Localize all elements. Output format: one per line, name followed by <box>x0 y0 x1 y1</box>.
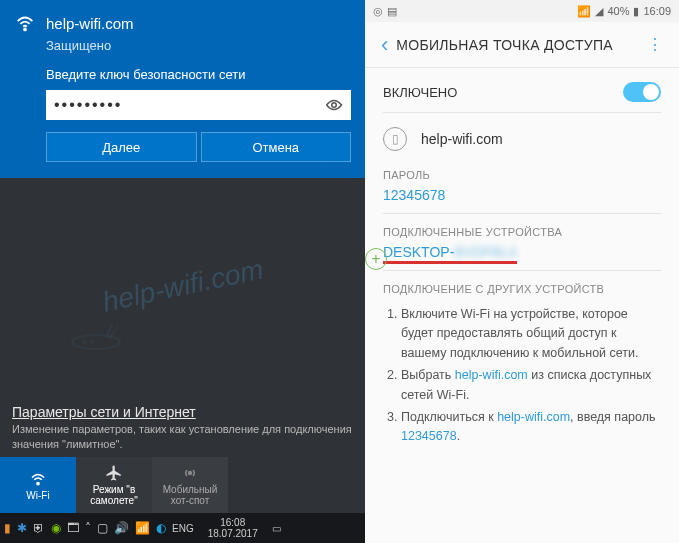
svg-point-2 <box>72 335 120 349</box>
windows-wifi-panel: help-wifi.com Защищено Введите ключ безо… <box>0 0 365 543</box>
instagram-icon: ◎ <box>373 5 383 18</box>
bluetooth-icon[interactable]: ✱ <box>17 521 27 535</box>
hotspot-tile[interactable]: Мобильный хот-спот <box>152 457 228 513</box>
airplane-tile[interactable]: Режим "в самолете" <box>76 457 152 513</box>
cancel-button[interactable]: Отмена <box>201 132 352 162</box>
back-button[interactable]: ‹ <box>373 32 396 58</box>
nvidia-icon[interactable]: ◉ <box>51 521 61 535</box>
other-devices-label: ПОДКЛЮЧЕНИЕ С ДРУГИХ УСТРОЙСТВ <box>365 271 679 299</box>
power-tray-icon[interactable]: ▢ <box>97 521 108 535</box>
sync-icon[interactable]: ◐ <box>156 521 166 535</box>
background-area: help-wifi.com <box>0 178 365 394</box>
tray-icon[interactable]: ▮ <box>4 521 11 535</box>
reveal-password-icon[interactable] <box>325 96 343 114</box>
hotspot-tile-label: Мобильный хот-спот <box>156 484 224 506</box>
password-input[interactable] <box>54 96 325 114</box>
app-header: ‹ МОБИЛЬНАЯ ТОЧКА ДОСТУПА ⋮ <box>365 22 679 68</box>
android-status-bar: ◎ ▤ 📶 ◢ 40% ▮ 16:09 <box>365 0 679 22</box>
airplane-tile-label: Режим "в самолете" <box>80 484 148 506</box>
network-settings-desc: Изменение параметров, таких как установл… <box>12 422 353 451</box>
tray-icons[interactable]: ▮ ✱ ⛨ ◉ 🗔 ˄ ▢ 🔊 📶 ◐ <box>4 521 166 535</box>
signal-icon: 📶 <box>577 5 591 18</box>
wifi-icon <box>14 12 36 34</box>
enabled-label: ВКЛЮЧЕНО <box>383 85 457 100</box>
wifi-ssid: help-wifi.com <box>46 15 134 32</box>
watermark-router-icon <box>66 312 126 352</box>
volume-icon[interactable]: 🔊 <box>114 521 129 535</box>
wifi-tile-label: Wi-Fi <box>26 490 49 501</box>
instructions: Включите Wi-Fi на устройстве, которое бу… <box>365 299 679 460</box>
add-device-button[interactable]: + <box>365 248 387 270</box>
device-prefix: DESKTOP- <box>383 244 454 260</box>
battery-status-icon: ▮ <box>633 5 639 18</box>
status-time: 16:09 <box>643 5 671 17</box>
svg-point-6 <box>189 472 192 475</box>
network-settings-section: Параметры сети и Интернет Изменение пара… <box>0 394 365 457</box>
network-settings-link[interactable]: Параметры сети и Интернет <box>12 404 353 420</box>
document-icon: ▯ <box>383 127 407 151</box>
language-indicator[interactable]: ENG <box>172 523 194 534</box>
taskbar-date: 18.07.2017 <box>208 528 258 539</box>
svg-point-5 <box>37 482 39 484</box>
instruction-2: Выбрать help-wifi.com из списка доступны… <box>401 366 661 405</box>
hotspot-icon <box>181 464 199 482</box>
hotspot-password[interactable]: 12345678 <box>365 185 679 213</box>
instruction-1: Включите Wi-Fi на устройстве, которое бу… <box>401 305 661 363</box>
password-field-wrap[interactable] <box>46 90 351 120</box>
watermark-text: help-wifi.com <box>99 254 265 319</box>
battery-icon[interactable]: 🗔 <box>67 521 79 535</box>
signal-bars-icon: ◢ <box>595 5 603 18</box>
password-section-label: ПАРОЛЬ <box>365 157 679 185</box>
wifi-connect-popup: help-wifi.com Защищено Введите ключ безо… <box>0 0 365 178</box>
devices-section-label: ПОДКЛЮЧЕННЫЕ УСТРОЙСТВА <box>365 214 679 242</box>
notification-icon[interactable]: ▭ <box>272 523 281 534</box>
wifi-tile[interactable]: Wi-Fi <box>0 457 76 513</box>
instruction-3: Подключиться к help-wifi.com, введя паро… <box>401 408 661 447</box>
svg-point-3 <box>82 340 86 344</box>
password-prompt: Введите ключ безопасности сети <box>46 67 351 82</box>
shield-icon[interactable]: ⛨ <box>33 521 45 535</box>
taskbar-time: 16:08 <box>208 517 258 528</box>
enable-row: ВКЛЮЧЕНО <box>365 68 679 112</box>
screen-title: МОБИЛЬНАЯ ТОЧКА ДОСТУПА <box>396 37 613 53</box>
memo-icon: ▤ <box>387 5 397 18</box>
quick-action-tiles: Wi-Fi Режим "в самолете" Мобильный хот-с… <box>0 457 365 513</box>
taskbar-clock[interactable]: 16:08 18.07.2017 <box>208 517 258 539</box>
menu-button[interactable]: ⋮ <box>639 35 671 54</box>
svg-point-0 <box>24 29 26 31</box>
airplane-icon <box>105 464 123 482</box>
wifi-tray-icon[interactable]: 📶 <box>135 521 150 535</box>
hotspot-ssid: help-wifi.com <box>421 131 503 147</box>
chevron-up-icon[interactable]: ˄ <box>85 521 91 535</box>
svg-point-1 <box>332 103 337 108</box>
enable-toggle[interactable] <box>623 82 661 102</box>
next-button[interactable]: Далее <box>46 132 197 162</box>
wifi-status: Защищено <box>46 38 351 53</box>
svg-point-4 <box>90 340 94 344</box>
taskbar: ▮ ✱ ⛨ ◉ 🗔 ˄ ▢ 🔊 📶 ◐ ENG 16:08 18.07.2017… <box>0 513 365 543</box>
wifi-small-icon <box>29 470 47 488</box>
battery-pct: 40% <box>607 5 629 17</box>
device-suffix: BVDFBL4 <box>454 244 516 260</box>
android-hotspot-panel: ◎ ▤ 📶 ◢ 40% ▮ 16:09 ‹ МОБИЛЬНАЯ ТОЧКА ДО… <box>365 0 679 543</box>
ssid-row[interactable]: ▯ help-wifi.com <box>365 113 679 157</box>
